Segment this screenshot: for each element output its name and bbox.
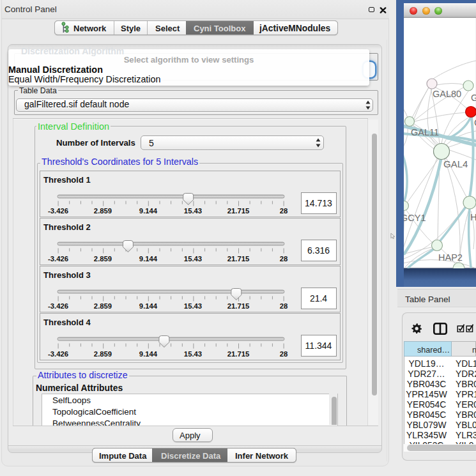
svg-text:GAL11: GAL11 bbox=[411, 127, 439, 137]
svg-text:GA: GA bbox=[471, 93, 476, 103]
svg-text:H: H bbox=[470, 212, 476, 222]
svg-text:HAP2: HAP2 bbox=[438, 252, 463, 263]
svg-text:GCY1: GCY1 bbox=[404, 213, 426, 223]
svg-text:GAL80: GAL80 bbox=[433, 89, 461, 99]
svg-text:GAL4: GAL4 bbox=[443, 158, 468, 169]
